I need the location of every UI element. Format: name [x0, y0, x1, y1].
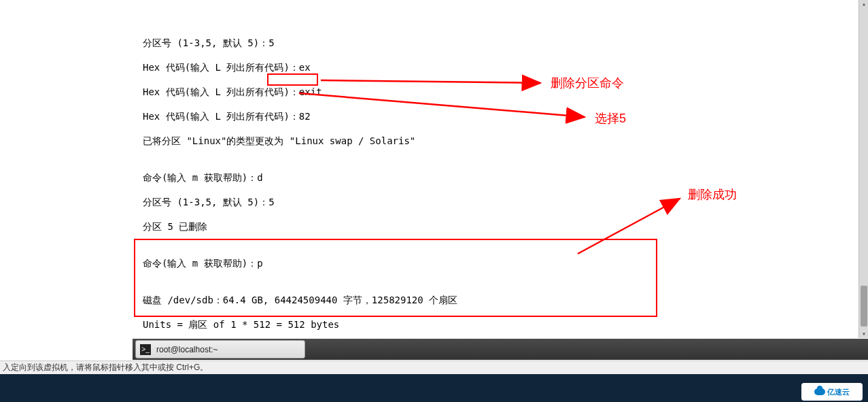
- taskbar-item-terminal[interactable]: >_ root@localhost:~: [135, 340, 305, 358]
- annotation-label-delete-cmd: 删除分区命令: [551, 75, 624, 91]
- term-line: 分区 5 已删除: [143, 220, 857, 233]
- term-line: 分区号 (1-3,5, 默认 5)：5: [143, 196, 857, 208]
- terminal-scrollbar[interactable]: ▴ ▾: [858, 0, 868, 338]
- vmware-statusbar: 入定向到该虚拟机，请将鼠标指针移入其中或按 Ctrl+G。: [0, 361, 868, 374]
- term-line: 命令(输入 m 获取帮助)：d: [143, 171, 857, 184]
- term-line: Hex 代码(输入 L 列出所有代码)：ex: [143, 61, 857, 73]
- cloud-icon: [814, 388, 825, 395]
- watermark-text: 亿速云: [827, 387, 850, 397]
- term-line: 已将分区 "Linux"的类型更改为 "Linux swap / Solaris…: [143, 135, 857, 147]
- term-line: 分区号 (1-3,5, 默认 5)：5: [143, 37, 857, 49]
- scroll-thumb[interactable]: [861, 286, 867, 326]
- term-line: Hex 代码(输入 L 列出所有代码)：82: [143, 110, 857, 122]
- watermark-badge: 亿速云: [801, 383, 863, 401]
- term-line: 命令(输入 m 获取帮助)：p: [143, 257, 857, 269]
- annotation-label-select5: 选择5: [595, 110, 626, 127]
- vm-desktop: 分区号 (1-3,5, 默认 5)：5 Hex 代码(输入 L 列出所有代码)：…: [0, 0, 868, 361]
- page-footer-strip: 亿速云: [0, 374, 868, 402]
- terminal-window[interactable]: 分区号 (1-3,5, 默认 5)：5 Hex 代码(输入 L 列出所有代码)：…: [132, 0, 868, 338]
- vmware-status-text: 入定向到该虚拟机，请将鼠标指针移入其中或按 Ctrl+G。: [3, 362, 208, 373]
- taskbar-item-label: root@localhost:~: [156, 345, 218, 354]
- scroll-up-icon[interactable]: ▴: [860, 0, 868, 8]
- term-line: 磁盘 /dev/sdb：64.4 GB, 64424509440 字节，1258…: [143, 294, 857, 306]
- term-line: Hex 代码(输入 L 列出所有代码)：exit: [143, 86, 857, 98]
- term-line: Units = 扇区 of 1 * 512 = 512 bytes: [143, 318, 857, 331]
- scroll-down-icon[interactable]: ▾: [860, 330, 868, 338]
- taskbar: >_ root@localhost:~: [133, 339, 868, 360]
- annotation-label-delete-success: 删除成功: [688, 186, 737, 203]
- terminal-icon: >_: [140, 344, 151, 355]
